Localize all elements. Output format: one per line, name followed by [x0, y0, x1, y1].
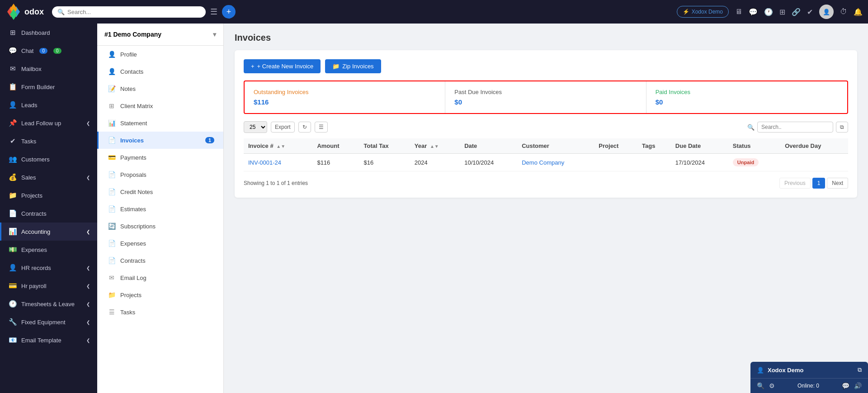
chat-widget-body: 🔍 ⚙ Online: 0 💬 🔊	[750, 379, 868, 393]
chat-audio-icon[interactable]: 🔊	[854, 382, 862, 389]
chat-settings-icon[interactable]: ⚙	[769, 382, 775, 389]
sec-item-proposals[interactable]: 📄 Proposals	[97, 166, 223, 183]
grid-icon[interactable]: ⊞	[779, 8, 785, 16]
sec-item-estimates[interactable]: 📄 Estimates	[97, 200, 223, 218]
sidebar-item-hr-records[interactable]: 👤 HR records ❮	[0, 259, 97, 277]
menu-icon[interactable]: ☰	[210, 7, 217, 17]
sidebar-item-customers[interactable]: 👥 Customers	[0, 150, 97, 168]
sidebar-item-form-builder[interactable]: 📋 Form Builder	[0, 78, 97, 96]
sidebar-item-dashboard[interactable]: ⊞ Dashboard	[0, 24, 97, 42]
sec-item-email-log[interactable]: ✉ Email Log	[97, 269, 223, 286]
sec-item-client-matrix[interactable]: ⊞ Client Matrix	[97, 97, 223, 114]
page-1-button[interactable]: 1	[812, 178, 826, 189]
check-icon[interactable]: ✔	[807, 8, 813, 16]
sec-contracts-icon: 📄	[108, 257, 116, 264]
pagination: Previous 1 Next	[779, 178, 848, 189]
sidebar-item-tasks[interactable]: ✔ Tasks	[0, 132, 97, 150]
next-button[interactable]: Next	[827, 178, 848, 189]
dashboard-icon: ⊞	[9, 28, 17, 37]
copy-button[interactable]: ⧉	[836, 122, 848, 133]
bell-icon[interactable]: 🔔	[854, 8, 863, 16]
sidebar-item-contracts[interactable]: 📄 Contracts	[0, 204, 97, 223]
avatar[interactable]: 👤	[819, 5, 834, 19]
invoice-link[interactable]: INV-0001-24	[248, 159, 281, 166]
col-amount: Amount	[312, 138, 359, 154]
create-invoice-button[interactable]: + + Create New Invoice	[244, 59, 321, 73]
chat-action-icons: 💬 🔊	[842, 382, 862, 389]
sidebar-item-email-template[interactable]: 📧 Email Template ❮	[0, 331, 97, 349]
search-bar[interactable]: 🔍	[52, 6, 206, 18]
refresh-button[interactable]: ↻	[298, 122, 311, 133]
sec-item-payments[interactable]: 💳 Payments	[97, 149, 223, 166]
sidebar-item-hr-payroll[interactable]: 💳 Hr payroll ❮	[0, 277, 97, 295]
sidebar-item-mailbox[interactable]: ✉ Mailbox	[0, 60, 97, 78]
sec-item-contracts[interactable]: 📄 Contracts	[97, 252, 223, 269]
sec-item-subscriptions[interactable]: 🔄 Subscriptions	[97, 218, 223, 235]
invoices-badge: 1	[205, 137, 214, 143]
chat-icon: 💬	[9, 47, 17, 55]
sidebar-item-leads[interactable]: 👤 Leads	[0, 96, 97, 114]
cell-overdue-day	[780, 154, 848, 171]
past-due-value: $0	[454, 98, 637, 106]
table-search-input[interactable]	[757, 122, 833, 133]
sidebar-item-sales[interactable]: 💰 Sales ❮	[0, 168, 97, 186]
sec-tasks-icon: ☰	[108, 308, 116, 316]
sec-item-expenses[interactable]: 📄 Expenses	[97, 235, 223, 252]
company-name: #1 Demo Company	[104, 31, 161, 38]
chat-widget-expand-icon[interactable]: ⧉	[858, 366, 862, 374]
lead-followup-icon: 📌	[9, 119, 17, 127]
customer-link[interactable]: Demo Company	[522, 159, 564, 166]
stat-paid: Paid Invoices $0	[646, 81, 847, 113]
list-view-button[interactable]: ☰	[315, 122, 328, 133]
clock-icon[interactable]: ⏱	[840, 8, 847, 16]
invoice-sort-icon: ▲▼	[276, 144, 285, 149]
sidebar-item-fixed-equipment[interactable]: 🔧 Fixed Equipment ❮	[0, 313, 97, 331]
sec-item-projects[interactable]: 📁 Projects	[97, 286, 223, 303]
leads-icon: 👤	[9, 101, 17, 109]
sidebar-item-lead-followup[interactable]: 📌 Lead Follow up ❮	[0, 114, 97, 132]
sidebar-item-projects[interactable]: 📁 Projects	[0, 186, 97, 204]
logo[interactable]: odox	[5, 4, 44, 20]
sec-item-invoices[interactable]: 📄 Invoices 1	[97, 132, 223, 149]
sidebar-item-accounting[interactable]: 📊 Accounting ❮	[0, 223, 97, 241]
company-header[interactable]: #1 Demo Company ▾	[97, 24, 223, 46]
history-icon[interactable]: 🕐	[764, 8, 773, 16]
fixed-equipment-icon: 🔧	[9, 318, 17, 326]
cell-total-tax: $16	[359, 154, 410, 171]
content-card: + + Create New Invoice 📁 Zip Invoices Ou…	[235, 50, 857, 198]
export-button[interactable]: Export	[271, 122, 295, 133]
zip-invoices-button[interactable]: 📁 Zip Invoices	[325, 59, 381, 73]
sec-item-credit-notes[interactable]: 📄 Credit Notes	[97, 183, 223, 200]
lead-followup-arrow: ❮	[86, 121, 90, 126]
chat-search-icon[interactable]: 🔍	[757, 382, 764, 389]
chat-bubble-icon[interactable]: 💬	[749, 8, 758, 16]
table-controls: 25 Export ↻ ☰ 🔍 ⧉	[244, 121, 848, 133]
monitor-icon[interactable]: 🖥	[735, 8, 742, 16]
paid-label: Paid Invoices	[656, 89, 838, 95]
share-icon[interactable]: 🔗	[792, 8, 801, 16]
per-page-select[interactable]: 25	[244, 121, 267, 133]
col-date: Date	[460, 138, 517, 154]
sec-item-notes[interactable]: 📝 Notes	[97, 80, 223, 97]
company-button[interactable]: ⚡ Xodox Demo	[677, 6, 729, 18]
tasks-icon: ✔	[9, 137, 17, 145]
sec-item-profile[interactable]: 👤 Profile	[97, 46, 223, 63]
toolbar: + + Create New Invoice 📁 Zip Invoices	[244, 59, 848, 73]
col-year[interactable]: Year ▲▼	[410, 138, 460, 154]
invoices-icon: 📄	[108, 137, 116, 144]
accounting-icon: 📊	[9, 227, 17, 236]
sidebar-item-timesheets[interactable]: 🕐 Timesheets & Leave ❮	[0, 295, 97, 313]
sec-item-statement[interactable]: 📊 Statement	[97, 114, 223, 132]
sidebar-item-chat[interactable]: 💬 Chat 0 0	[0, 42, 97, 60]
add-button[interactable]: +	[222, 5, 236, 19]
chat-message-icon[interactable]: 💬	[842, 382, 849, 389]
previous-button[interactable]: Previous	[779, 178, 811, 189]
search-input[interactable]	[67, 9, 200, 15]
sec-item-tasks[interactable]: ☰ Tasks	[97, 303, 223, 321]
sales-arrow: ❮	[86, 175, 90, 180]
col-invoice-num[interactable]: Invoice # ▲▼	[244, 138, 312, 154]
sidebar-item-expenses[interactable]: 💵 Expenses	[0, 241, 97, 259]
sec-item-contacts[interactable]: 👤 Contacts	[97, 63, 223, 80]
create-invoice-icon: +	[251, 63, 255, 70]
table-search-icon[interactable]: 🔍	[747, 124, 755, 131]
